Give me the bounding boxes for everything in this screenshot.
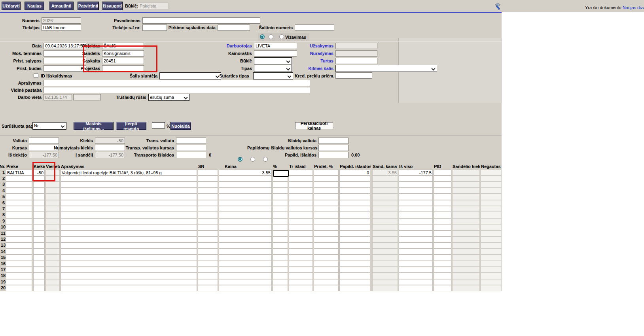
grid-cell-trislaid-row2[interactable] xyxy=(289,176,313,181)
grid-cell-pid-row17[interactable] xyxy=(434,267,451,273)
grid-cell-trislaid-row18[interactable] xyxy=(289,273,313,279)
grid-cell-kaina-row7[interactable] xyxy=(219,206,272,212)
grid-cell-trislaid-row16[interactable] xyxy=(289,261,313,267)
grid-cell-papild-row7[interactable] xyxy=(339,206,370,212)
grid-cell-pct-row20[interactable] xyxy=(273,285,288,291)
grid-cell-sn-row11[interactable] xyxy=(198,230,218,236)
grid-header-aprasymas[interactable]: Aprašymas xyxy=(61,164,197,169)
grid-header-preke[interactable]: Prekė xyxy=(6,164,32,169)
grid-cell-pridet-row10[interactable] xyxy=(314,224,339,230)
grid-cell-is_viso-row9[interactable] xyxy=(399,218,433,224)
grid-cell-pridet-row2[interactable] xyxy=(314,176,339,181)
grid-cell-sn-row4[interactable] xyxy=(198,188,218,194)
grid-cell-trislaid-row8[interactable] xyxy=(289,212,313,218)
grid-cell-kaina-row14[interactable] xyxy=(219,249,272,255)
grid-cell-aprasymas-row10[interactable] xyxy=(61,224,197,230)
grid-view-radio-1[interactable] xyxy=(238,157,242,162)
grid-cell-pid-row8[interactable] xyxy=(434,212,451,218)
grid-cell-aprasymas-row17[interactable] xyxy=(61,267,197,273)
grid-header-kaina[interactable]: Kaina xyxy=(225,164,278,169)
grid-cell-trislaid-row14[interactable] xyxy=(289,249,313,255)
grid-cell-papild-row19[interactable] xyxy=(339,279,370,285)
grid-cell-preke-row12[interactable] xyxy=(6,236,32,242)
grid-cell-is_viso-row5[interactable] xyxy=(399,194,433,200)
grid-cell-trislaid-row12[interactable] xyxy=(289,236,313,242)
grid-cell-kaina-row18[interactable] xyxy=(219,273,272,279)
grid-cell-papild-row1[interactable]: 0 xyxy=(339,170,370,176)
grid-cell-is_viso-row19[interactable] xyxy=(399,279,433,285)
grid-cell-sn-row17[interactable] xyxy=(198,267,218,273)
vizavimas-radio-2[interactable] xyxy=(269,34,273,39)
hammer-icon[interactable] xyxy=(494,2,502,10)
islaidu-valiuta-field[interactable] xyxy=(318,138,349,144)
grid-cell-kiekis-row16[interactable] xyxy=(33,261,45,267)
grid-cell-papild-row15[interactable] xyxy=(339,255,370,260)
grid-cell-sn-row10[interactable] xyxy=(198,224,218,230)
grid-cell-is_viso-row12[interactable] xyxy=(399,236,433,242)
refresh-button[interactable]: Atnaujinti xyxy=(49,2,74,10)
grid-cell-kaina-row5[interactable] xyxy=(219,194,272,200)
mass-import-button[interactable]: Masinis įkėlimas... xyxy=(74,122,114,130)
grid-cell-kiekis-row6[interactable] xyxy=(33,200,45,206)
sutarties-tipas-select[interactable] xyxy=(253,72,293,79)
grid-cell-pct-row7[interactable] xyxy=(273,206,288,212)
grid-cell-pid-row12[interactable] xyxy=(434,236,451,242)
uzsakymas-label[interactable]: Užsakymas xyxy=(297,43,333,48)
row1-percent-input-focused[interactable] xyxy=(273,170,289,177)
pavadinimas-field[interactable] xyxy=(142,17,260,24)
grid-cell-preke-row11[interactable] xyxy=(6,230,32,236)
new-button[interactable]: Naujas xyxy=(25,2,44,10)
grid-cell-preke-row5[interactable] xyxy=(6,194,32,200)
grid-cell-preke-row14[interactable] xyxy=(6,249,32,255)
grid-cell-preke-row4[interactable] xyxy=(6,188,32,194)
grid-cell-preke-row1[interactable]: BALTIJA xyxy=(6,170,32,176)
grid-cell-kaina-row12[interactable] xyxy=(219,236,272,242)
close-button[interactable]: Uždaryti xyxy=(2,2,21,10)
grid-cell-kiekis-row8[interactable] xyxy=(33,212,45,218)
grid-cell-preke-row6[interactable] xyxy=(6,200,32,206)
grid-cell-pct-row16[interactable] xyxy=(273,261,288,267)
grid-cell-sn-row20[interactable] xyxy=(198,285,218,291)
grid-cell-aprasymas-row2[interactable] xyxy=(61,176,197,181)
tipas-select[interactable] xyxy=(254,65,292,72)
grid-cell-pid-row19[interactable] xyxy=(434,279,451,285)
grid-cell-pct-row3[interactable] xyxy=(273,181,288,187)
kred-prekiu-field[interactable] xyxy=(335,72,372,79)
grid-cell-preke-row18[interactable] xyxy=(6,273,32,279)
grid-cell-kaina-row9[interactable] xyxy=(219,218,272,224)
grid-header-sand_kaina[interactable]: Sand. kaina xyxy=(373,164,398,169)
grid-cell-is_viso-row14[interactable] xyxy=(399,249,433,255)
grid-cell-preke-row17[interactable] xyxy=(6,267,32,273)
grid-cell-trislaid-row1[interactable] xyxy=(289,170,313,176)
grid-cell-kaina-row11[interactable] xyxy=(219,230,272,236)
grid-cell-pct-row5[interactable] xyxy=(273,194,288,200)
grid-cell-pid-row16[interactable] xyxy=(434,261,451,267)
insert-recipe-button[interactable]: Įterpti receptą xyxy=(116,122,146,130)
grid-cell-pridet-row19[interactable] xyxy=(314,279,339,285)
discount-percent-field[interactable] xyxy=(152,122,165,128)
grid-cell-papild-row11[interactable] xyxy=(339,230,370,236)
grid-cell-aprasymas-row12[interactable] xyxy=(61,236,197,242)
grid-cell-trislaid-row19[interactable] xyxy=(289,279,313,285)
grid-cell-sn-row14[interactable] xyxy=(198,249,218,255)
transporto-field[interactable] xyxy=(176,152,206,158)
saltinio-field[interactable] xyxy=(295,25,334,31)
grid-cell-papild-row6[interactable] xyxy=(339,200,370,206)
grid-cell-kiekis-row3[interactable] xyxy=(33,181,45,187)
grid-cell-aprasymas-row3[interactable] xyxy=(61,181,197,187)
grid-cell-aprasymas-row5[interactable] xyxy=(61,194,197,200)
grid-cell-papild-row9[interactable] xyxy=(339,218,370,224)
grid-cell-pridet-row18[interactable] xyxy=(314,273,339,279)
papildomu-kursas-field[interactable] xyxy=(318,145,349,151)
grid-cell-kiekis-row5[interactable] xyxy=(33,194,45,200)
grid-cell-aprasymas-row6[interactable] xyxy=(61,200,197,206)
grid-cell-kiekis-row9[interactable] xyxy=(33,218,45,224)
vizavimas-radio-3[interactable] xyxy=(279,34,284,39)
grid-cell-aprasymas-row18[interactable] xyxy=(61,273,197,279)
grid-cell-preke-row7[interactable] xyxy=(6,206,32,212)
grid-cell-papild-row2[interactable] xyxy=(339,176,370,181)
confirm-button[interactable]: Patvirtinti xyxy=(78,2,99,10)
grid-cell-pid-row4[interactable] xyxy=(434,188,451,194)
grid-cell-sn-row9[interactable] xyxy=(198,218,218,224)
grid-cell-preke-row16[interactable] xyxy=(6,261,32,267)
